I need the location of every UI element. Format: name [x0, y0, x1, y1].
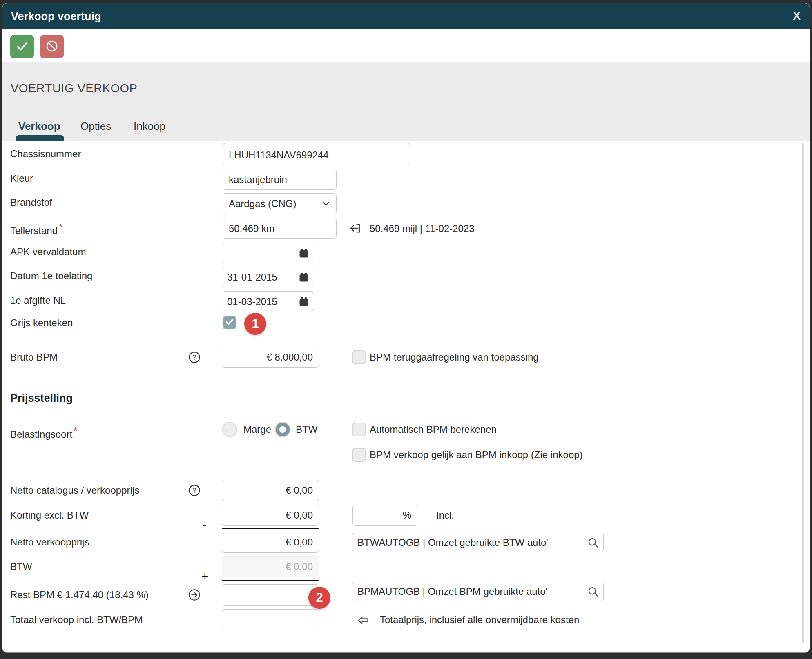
tab-opties[interactable]: Opties: [80, 120, 111, 133]
chassisnummer-input[interactable]: [223, 145, 410, 165]
totaal-verkoop-label: Totaal verkoop incl. BTW/BPM: [10, 609, 143, 630]
calendar-icon[interactable]: [294, 292, 313, 312]
subtraction-line: [222, 528, 319, 529]
prohibition-icon: [45, 40, 58, 54]
datum-1e-toelating-datepicker: [223, 267, 313, 287]
check-icon: [225, 317, 234, 328]
page-header: VOERTUIG VERKOOP Verkoop Opties Inkoop: [2, 62, 810, 141]
totaal-verkoop-hint: Totaalprijs, inclusief alle onvermijdbar…: [380, 609, 579, 630]
dialog-titlebar: Verkoop voertuig X: [2, 3, 810, 29]
tab-verkoop[interactable]: Verkoop: [18, 120, 60, 133]
dialog-title: Verkoop voertuig: [11, 3, 101, 29]
apk-vervaldatum-datepicker: [223, 243, 313, 263]
bruto-bpm-label: Bruto BPM: [10, 347, 58, 368]
kleur-input[interactable]: [223, 169, 337, 190]
vertical-scrollbar[interactable]: [802, 143, 804, 643]
btw-input: [222, 556, 319, 577]
netto-catalogus-input[interactable]: [222, 480, 319, 501]
afgifte-nl-label: 1e afgifte NL: [10, 290, 66, 311]
svg-text:?: ?: [193, 354, 196, 361]
grijs-kenteken-label: Grijs kenteken: [10, 312, 73, 334]
radio-marge-label: Marge: [243, 422, 271, 437]
svg-text:?: ?: [193, 487, 196, 494]
tellerstand-input[interactable]: [223, 218, 337, 239]
scrolled-field-edge: [223, 141, 410, 144]
radio-btw-label: BTW: [296, 422, 317, 437]
arrow-right-circle-icon[interactable]: [188, 588, 201, 601]
chassisnummer-label: Chassisnummer: [10, 143, 81, 165]
bpm-grootboek-value: BPMAUTOGB | Omzet BPM gebruikte auto': [357, 586, 547, 597]
incl-label: Incl.: [436, 505, 454, 526]
minus-operator: -: [202, 518, 206, 532]
cancel-button[interactable]: [40, 35, 64, 58]
netto-verkoopprijs-input[interactable]: [222, 532, 319, 553]
search-icon: [587, 537, 599, 549]
afgifte-nl-input[interactable]: [223, 292, 294, 312]
tab-inkoop[interactable]: Inkoop: [134, 120, 165, 133]
belastingsoort-label: Belastingsoort*: [10, 421, 77, 442]
netto-verkoopprijs-label: Netto verkoopprijs: [10, 532, 89, 553]
close-icon[interactable]: X: [793, 3, 801, 29]
tellerstand-label: Tellerstand*: [10, 217, 62, 238]
required-asterisk: *: [74, 425, 77, 436]
bruto-bpm-input[interactable]: [222, 347, 319, 368]
check-icon: [16, 40, 29, 54]
afgifte-nl-datepicker: [223, 291, 313, 312]
kleur-label: Kleur: [10, 168, 33, 189]
bpm-grootboek-lookup[interactable]: BPMAUTOGB | Omzet BPM gebruikte auto': [352, 582, 604, 601]
calendar-icon[interactable]: [294, 267, 313, 287]
radio-marge[interactable]: [222, 422, 237, 437]
totaal-verkoop-input[interactable]: [222, 609, 319, 630]
prijsstelling-heading: Prijsstelling: [10, 392, 73, 405]
btw-grootboek-lookup[interactable]: BTWAUTOGB | Omzet gebruikte BTW auto': [352, 533, 604, 552]
bpm-gelijk-label: BPM verkoop gelijk aan BPM inkoop (Zie i…: [370, 444, 583, 465]
step-badge-2: 2: [308, 587, 330, 609]
page-title: VOERTUIG VERKOOP: [11, 82, 137, 95]
unit-conversion-icon: [349, 222, 362, 235]
tellerstand-conversion-text: 50.469 mijl | 11-02-2023: [370, 218, 475, 239]
bpm-teruggaaf-label: BPM teruggaafregeling van toepassing: [370, 347, 539, 368]
brandstof-select[interactable]: Aardgas (CNG): [223, 193, 337, 214]
netto-catalogus-label: Netto catalogus / verkoopprijs: [10, 480, 139, 501]
automatisch-bpm-checkbox[interactable]: [352, 423, 366, 436]
btw-label: BTW: [10, 556, 32, 577]
bpm-gelijk-checkbox[interactable]: [352, 448, 366, 462]
active-tab-indicator: [16, 135, 64, 141]
radio-btw[interactable]: [275, 422, 290, 437]
grijs-kenteken-checkbox[interactable]: [223, 316, 236, 330]
btw-grootboek-value: BTWAUTOGB | Omzet gebruikte BTW auto': [357, 537, 548, 548]
verkoop-voertuig-dialog: Verkoop voertuig X VOERTUIG VERKOOP Verk…: [2, 3, 810, 652]
rest-bpm-input[interactable]: [222, 584, 319, 606]
dialog-toolbar: [2, 29, 810, 62]
arrow-left-outline-icon: [357, 614, 370, 627]
plus-operator: +: [201, 570, 209, 583]
korting-input[interactable]: [222, 505, 319, 526]
chevron-down-icon: [321, 198, 331, 209]
search-icon: [587, 586, 599, 598]
datum-1e-toelating-label: Datum 1e toelating: [10, 265, 92, 287]
bpm-teruggaaf-checkbox[interactable]: [352, 350, 366, 364]
confirm-button[interactable]: [10, 35, 34, 58]
step-badge-1: 1: [244, 313, 266, 335]
automatisch-bpm-label: Automatisch BPM berekenen: [370, 419, 497, 440]
required-asterisk: *: [59, 222, 62, 233]
apk-vervaldatum-label: APK vervaldatum: [10, 241, 86, 263]
brandstof-selected-value: Aardgas (CNG): [229, 198, 296, 209]
datum-1e-toelating-input[interactable]: [223, 267, 294, 287]
rest-bpm-label: Rest BPM € 1.474,40 (18,43 %): [10, 584, 149, 606]
help-icon[interactable]: ?: [188, 351, 201, 364]
brandstof-label: Brandstof: [10, 192, 52, 213]
addition-line: [222, 580, 319, 581]
apk-vervaldatum-input[interactable]: [223, 243, 294, 263]
verkoop-form: Chassisnummer Kleur Brandstof Aardgas (C…: [2, 141, 810, 652]
korting-percent-input[interactable]: [352, 505, 417, 526]
calendar-icon[interactable]: [294, 243, 313, 263]
korting-label: Korting excl. BTW: [10, 505, 89, 526]
help-icon[interactable]: ?: [188, 484, 201, 497]
